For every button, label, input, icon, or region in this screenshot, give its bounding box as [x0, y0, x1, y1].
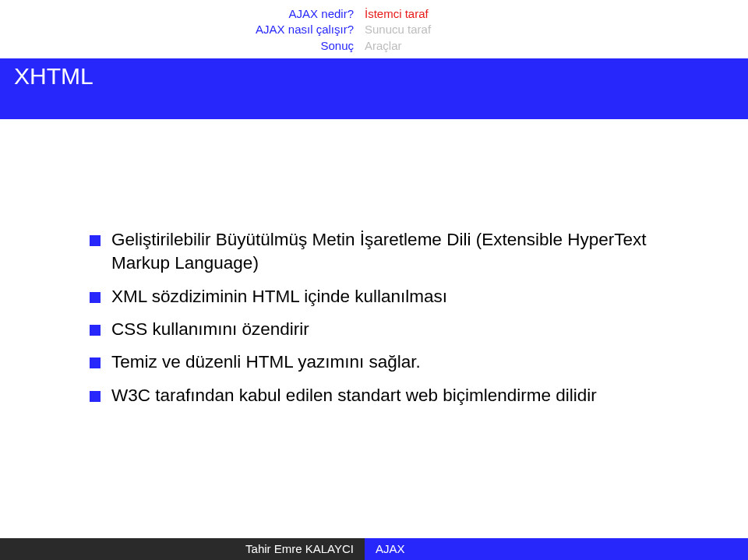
- footer-bar: Tahir Emre KALAYCI AJAX: [0, 538, 748, 560]
- bullet-text: W3C tarafından kabul edilen standart web…: [111, 384, 701, 407]
- nav-subsections: İstemci taraf Sunucu taraf Araçlar: [365, 6, 431, 54]
- nav-sub-3[interactable]: Araçlar: [365, 38, 431, 54]
- nav-section-1[interactable]: AJAX nedir?: [0, 6, 354, 22]
- header-nav: AJAX nedir? AJAX nasıl çalışır? Sonuç İs…: [0, 0, 748, 54]
- nav-section-2[interactable]: AJAX nasıl çalışır?: [0, 22, 354, 37]
- list-item: Temiz ve düzenli HTML yazımını sağlar.: [90, 350, 701, 374]
- frame-title: XHTML: [0, 58, 748, 119]
- title-text: XHTML: [14, 63, 94, 89]
- nav-sub-1[interactable]: İstemci taraf: [365, 6, 431, 22]
- bullet-icon: [90, 292, 101, 303]
- nav-sections: AJAX nedir? AJAX nasıl çalışır? Sonuç: [0, 6, 365, 54]
- list-item: Geliştirilebilir Büyütülmüş Metin İşaret…: [90, 228, 701, 276]
- bullet-text: XML sözdiziminin HTML içinde kullanılmas…: [111, 285, 701, 308]
- bullet-text: Geliştirilebilir Büyütülmüş Metin İşaret…: [111, 228, 701, 276]
- list-item: W3C tarafından kabul edilen standart web…: [90, 384, 701, 407]
- footer-short-title: AJAX: [365, 538, 748, 560]
- footer-author: Tahir Emre KALAYCI: [0, 538, 365, 560]
- list-item: CSS kullanımını özendirir: [90, 318, 701, 341]
- bullet-icon: [90, 357, 101, 368]
- nav-section-3[interactable]: Sonuç: [0, 38, 354, 54]
- content-area: Geliştirilebilir Büyütülmüş Metin İşaret…: [0, 119, 748, 407]
- bullet-icon: [90, 325, 101, 336]
- list-item: XML sözdiziminin HTML içinde kullanılmas…: [90, 285, 701, 308]
- bullet-icon: [90, 391, 101, 402]
- bullet-text: CSS kullanımını özendirir: [111, 318, 701, 341]
- nav-sub-2[interactable]: Sunucu taraf: [365, 22, 431, 37]
- bullet-text: Temiz ve düzenli HTML yazımını sağlar.: [111, 350, 701, 374]
- bullet-icon: [90, 235, 101, 246]
